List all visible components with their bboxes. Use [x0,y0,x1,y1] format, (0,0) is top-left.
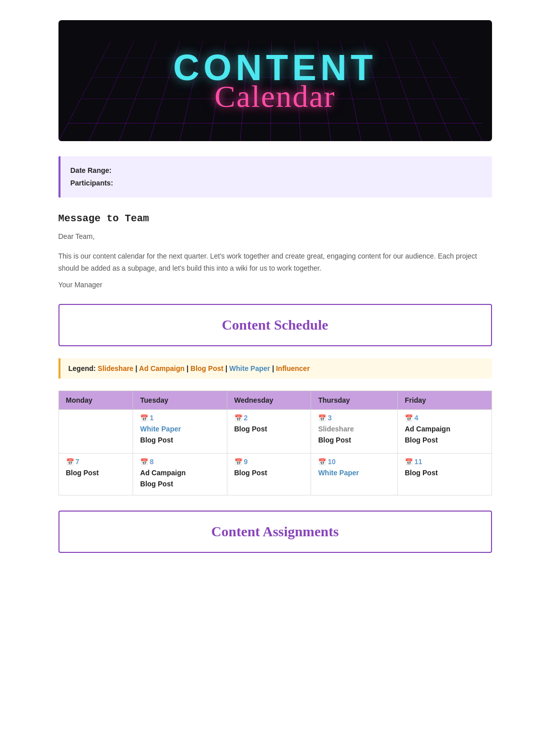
calendar-cell: 📅2Blog Post [227,409,311,453]
calendar-cell: 📅8Ad CampaignBlog Post [133,453,227,495]
day-number: 📅8 [140,458,219,466]
calendar-item-blogpost: Blog Post [66,469,126,477]
calendar-item-blogpost: Blog Post [140,480,219,488]
message-signature: Your Manager [58,281,492,289]
calendar-week-row: 📅1White PaperBlog Post📅2Blog Post📅3Slide… [58,409,492,453]
header-banner: CONTENT Calendar [58,20,492,141]
page-wrapper: CONTENT Calendar Date Range: Participant… [48,0,502,585]
calendar-item-adcampaign: Ad Campaign [140,469,219,477]
col-tuesday: Tuesday [133,391,227,409]
calendar-item-whitepaper: White Paper [140,425,219,433]
calendar-item-blogpost: Blog Post [140,436,219,444]
calendar-cell [58,409,133,453]
legend-sep1: | [136,364,139,372]
calendar-item-blogpost: Blog Post [405,469,484,477]
day-number: 📅1 [140,414,219,422]
legend-influencer: Influencer [276,364,310,372]
day-number: 📅9 [234,458,304,466]
calendar-cell: 📅9Blog Post [227,453,311,495]
calendar-item-blogpost: Blog Post [405,436,484,444]
calendar-item-slideshare: Slideshare [318,425,390,433]
calendar-item-adcampaign: Ad Campaign [405,425,484,433]
col-wednesday: Wednesday [227,391,311,409]
legend-box: Legend: Slideshare | Ad Campaign | Blog … [58,358,492,379]
day-number: 📅4 [405,414,484,422]
legend-prefix: Legend: [69,364,98,372]
col-thursday: Thursday [311,391,398,409]
calendar-cell: 📅1White PaperBlog Post [133,409,227,453]
message-body: This is our content calendar for the nex… [58,250,492,275]
calendar-table: Monday Tuesday Wednesday Thursday Friday… [58,391,492,495]
legend-whitepaper: White Paper [229,364,270,372]
content-assignments-box: Content Assignments [58,511,492,553]
calendar-item-blogpost: Blog Post [234,425,304,433]
col-friday: Friday [398,391,492,409]
date-range-label: Date Range: [71,164,482,177]
legend-blogpost: Blog Post [191,364,223,372]
content-schedule-title: Content Schedule [72,317,479,333]
day-number: 📅3 [318,414,390,422]
calendar-cell: 📅11Blog Post [398,453,492,495]
calendar-cell: 📅10White Paper [311,453,398,495]
content-assignments-title: Content Assignments [72,524,479,540]
message-section: Message to Team Dear Team, This is our c… [58,213,492,289]
col-monday: Monday [58,391,133,409]
calendar-cell: 📅3SlideshareBlog Post [311,409,398,453]
message-salutation: Dear Team, [58,232,492,240]
header-titles: CONTENT Calendar [173,49,377,112]
legend-sep2: | [187,364,191,372]
participants-label: Participants: [71,177,482,190]
message-heading: Message to Team [58,213,492,224]
calendar-item-blogpost: Blog Post [234,469,304,477]
day-number: 📅7 [66,458,126,466]
day-number: 📅11 [405,458,484,466]
calendar-item-whitepaper: White Paper [318,469,390,477]
calendar-item-blogpost: Blog Post [318,436,390,444]
legend-sep3: | [225,364,229,372]
calendar-cell: 📅4Ad CampaignBlog Post [398,409,492,453]
content-schedule-box: Content Schedule [58,304,492,346]
legend-adcampaign: Ad Campaign [139,364,185,372]
calendar-header-row: Monday Tuesday Wednesday Thursday Friday [58,391,492,409]
calendar-cell: 📅7Blog Post [58,453,133,495]
legend-slideshare: Slideshare [98,364,134,372]
day-number: 📅10 [318,458,390,466]
calendar-week-row: 📅7Blog Post📅8Ad CampaignBlog Post📅9Blog … [58,453,492,495]
date-range-box: Date Range: Participants: [58,156,492,198]
day-number: 📅2 [234,414,304,422]
